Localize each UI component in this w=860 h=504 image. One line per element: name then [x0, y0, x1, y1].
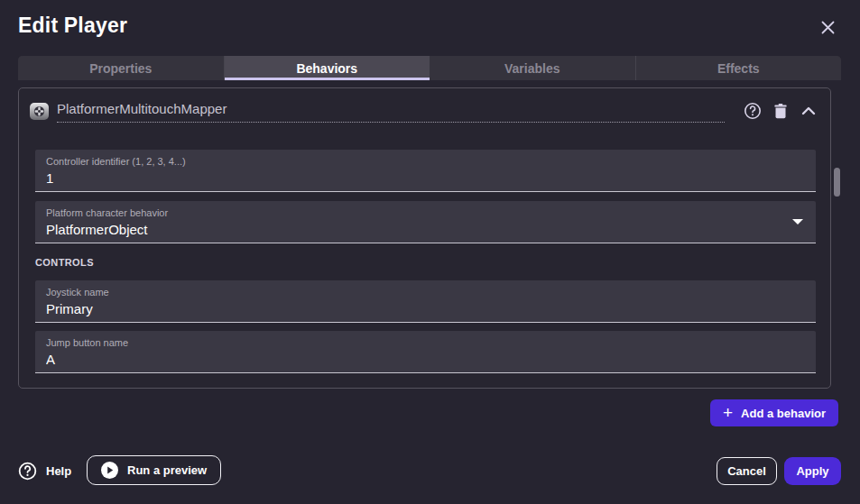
- tab-label: Properties: [89, 61, 152, 76]
- platform-character-behavior-select[interactable]: Platform character behavior PlatformerOb…: [35, 201, 816, 243]
- tab-label: Effects: [717, 61, 760, 76]
- cancel-button[interactable]: Cancel: [717, 457, 777, 485]
- add-behavior-button[interactable]: + Add a behavior: [710, 399, 838, 426]
- play-icon: [101, 462, 118, 479]
- cancel-label: Cancel: [727, 464, 766, 478]
- add-behavior-label: Add a behavior: [741, 407, 826, 420]
- jump-button-name-input[interactable]: [46, 352, 805, 367]
- joystick-name-input[interactable]: [46, 301, 805, 316]
- apply-label: Apply: [796, 464, 828, 478]
- trash-icon[interactable]: [770, 100, 791, 122]
- controls-section-header: CONTROLS: [35, 257, 94, 268]
- run-preview-label: Run a preview: [127, 463, 207, 477]
- field-label: Platform character behavior: [46, 206, 805, 219]
- tab-label: Behaviors: [296, 61, 357, 76]
- run-preview-button[interactable]: Run a preview: [87, 455, 221, 485]
- scrollbar-thumb[interactable]: [834, 168, 840, 197]
- tab-behaviors[interactable]: Behaviors: [225, 56, 430, 80]
- apply-button[interactable]: Apply: [784, 457, 841, 485]
- help-label: Help: [46, 464, 71, 478]
- controller-identifier-input[interactable]: [46, 170, 805, 186]
- field-label: Controller identifier (1, 2, 3, 4...): [46, 155, 805, 168]
- close-icon[interactable]: [817, 16, 838, 38]
- jump-button-name-field[interactable]: Jump button name: [35, 331, 816, 373]
- tab-variables[interactable]: Variables: [430, 56, 636, 80]
- field-label: Jump button name: [46, 336, 805, 349]
- behavior-header: [30, 98, 819, 124]
- field-label: Joystick name: [46, 286, 805, 298]
- tab-label: Variables: [504, 61, 560, 76]
- page-title: Edit Player: [18, 14, 127, 38]
- help-button[interactable]: Help: [18, 458, 71, 483]
- tab-properties[interactable]: Properties: [18, 56, 225, 80]
- joystick-name-field[interactable]: Joystick name: [35, 280, 816, 323]
- help-icon[interactable]: [742, 100, 763, 122]
- select-value: PlatformerObject: [46, 222, 805, 237]
- caret-down-icon: [792, 219, 803, 225]
- tab-bar: Properties Behaviors Variables Effects: [18, 56, 841, 80]
- behavior-panel: Controller identifier (1, 2, 3, 4...) Pl…: [18, 87, 831, 389]
- gamepad-behavior-icon: [30, 103, 49, 120]
- help-icon: [18, 462, 37, 481]
- tab-effects[interactable]: Effects: [636, 56, 842, 80]
- chevron-up-icon[interactable]: [798, 100, 819, 122]
- controller-identifier-field[interactable]: Controller identifier (1, 2, 3, 4...): [35, 150, 816, 192]
- behavior-name-input[interactable]: [57, 99, 725, 123]
- plus-icon: +: [723, 404, 733, 421]
